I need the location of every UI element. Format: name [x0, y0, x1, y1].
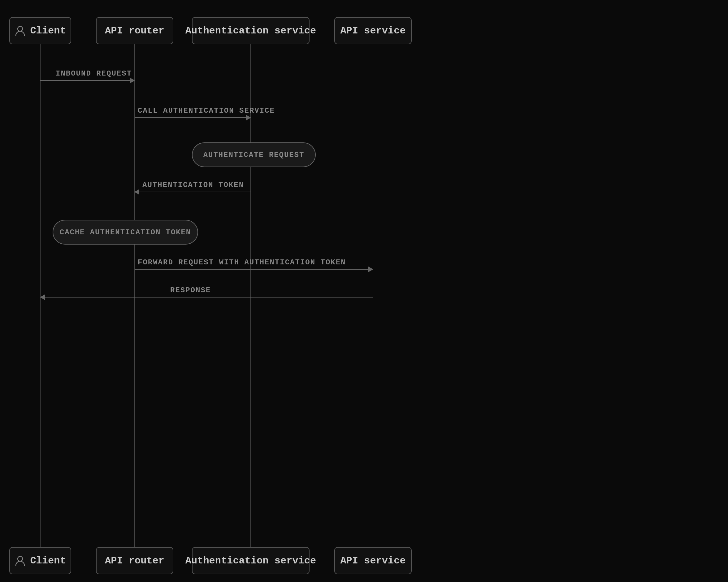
- svg-point-19: [18, 26, 23, 31]
- svg-text:FORWARD REQUEST WITH AUTHENTIC: FORWARD REQUEST WITH AUTHENTICATION TOKE…: [138, 258, 346, 267]
- cache-auth-token-box: CACHE AUTHENTICATION TOKEN: [53, 220, 198, 245]
- svg-marker-5: [130, 78, 135, 83]
- actor-client-bottom-label: Client: [30, 555, 66, 566]
- actor-api-router-bottom: API router: [96, 547, 173, 574]
- svg-text:RESPONSE: RESPONSE: [170, 286, 211, 295]
- authenticate-request-box: AUTHENTICATE REQUEST: [192, 143, 316, 167]
- actor-api-service-top-label: API service: [340, 25, 406, 36]
- actor-auth-service-top: Authentication service: [192, 17, 310, 44]
- actor-client-top: Client: [9, 17, 71, 44]
- person-icon: [15, 25, 26, 36]
- actor-auth-service-top-label: Authentication service: [185, 25, 316, 36]
- actor-api-router-top: API router: [96, 17, 173, 44]
- svg-marker-11: [134, 189, 139, 195]
- actor-api-router-top-label: API router: [105, 25, 164, 36]
- svg-marker-8: [246, 115, 251, 121]
- cache-auth-token-label: CACHE AUTHENTICATION TOKEN: [60, 228, 191, 236]
- actor-api-service-top: API service: [334, 17, 412, 44]
- actor-client-top-label: Client: [30, 25, 66, 36]
- actor-api-router-bottom-label: API router: [105, 555, 164, 566]
- actor-client-bottom: Client: [9, 547, 71, 574]
- svg-text:AUTHENTICATION TOKEN: AUTHENTICATION TOKEN: [142, 181, 244, 189]
- sequence-diagram: INBOUND REQUEST CALL AUTHENTICATION SERV…: [0, 0, 728, 582]
- actor-api-service-bottom-label: API service: [340, 555, 406, 566]
- authenticate-request-label: AUTHENTICATE REQUEST: [203, 151, 304, 159]
- svg-marker-17: [40, 295, 45, 300]
- svg-text:INBOUND REQUEST: INBOUND REQUEST: [56, 69, 132, 78]
- actor-auth-service-bottom: Authentication service: [192, 547, 310, 574]
- actor-auth-service-bottom-label: Authentication service: [185, 555, 316, 566]
- actor-api-service-bottom: API service: [334, 547, 412, 574]
- person-icon-bottom: [15, 555, 26, 566]
- svg-point-20: [18, 556, 23, 561]
- diagram-svg: INBOUND REQUEST CALL AUTHENTICATION SERV…: [0, 0, 728, 582]
- svg-text:CALL AUTHENTICATION SERVICE: CALL AUTHENTICATION SERVICE: [138, 106, 275, 115]
- svg-marker-14: [368, 267, 373, 272]
